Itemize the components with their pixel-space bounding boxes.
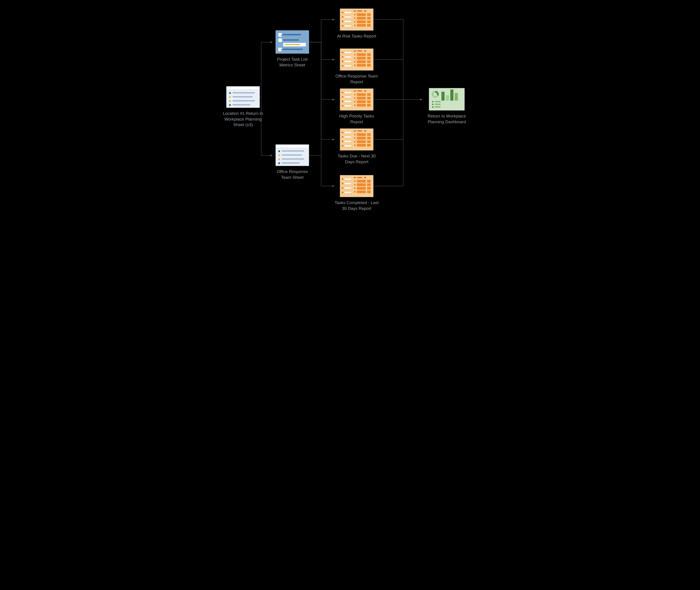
node-report-high-priority: High Priority Tasks Report: [335, 88, 379, 124]
sheet-icon: [226, 86, 260, 108]
node-label: High Priority Tasks Report: [335, 113, 379, 124]
diagram-canvas: Location #1 Return to Workplace Planning…: [210, 0, 490, 235]
node-label: Return to Workplace Planning Dashboard: [422, 113, 471, 124]
node-report-at-risk: At Risk Tasks Report: [335, 8, 379, 39]
node-metrics-sheet: Project Task List Metrics Sheet: [272, 30, 312, 68]
dashboard-icon: [429, 88, 465, 111]
node-label: Office Response Team Report: [335, 73, 379, 85]
node-source-sheet: Location #1 Return to Workplace Planning…: [221, 86, 265, 128]
node-label: Project Task List Metrics Sheet: [272, 57, 312, 68]
report-icon: [340, 8, 373, 31]
checklist-icon: [275, 30, 309, 54]
node-report-office-team: Office Response Team Report: [335, 48, 379, 85]
node-label: Office Response Team Sheet: [272, 169, 312, 180]
node-label: Tasks Due - Next 30 Days Report: [335, 153, 379, 165]
report-icon: [340, 128, 373, 151]
report-icon: [340, 88, 373, 111]
node-dashboard: Return to Workplace Planning Dashboard: [422, 88, 471, 124]
node-team-sheet: Office Response Team Sheet: [272, 144, 312, 180]
node-label: Tasks Completed - Last 30 Days Report: [335, 200, 379, 211]
node-label: Location #1 Return to Workplace Planning…: [221, 111, 265, 128]
report-icon: [340, 48, 373, 71]
node-report-due-next: Tasks Due - Next 30 Days Report: [335, 128, 379, 165]
node-report-completed-last: Tasks Completed - Last 30 Days Report: [335, 175, 379, 211]
node-label: At Risk Tasks Report: [335, 33, 379, 39]
report-icon: [340, 175, 373, 197]
sheet-icon: [275, 144, 309, 166]
